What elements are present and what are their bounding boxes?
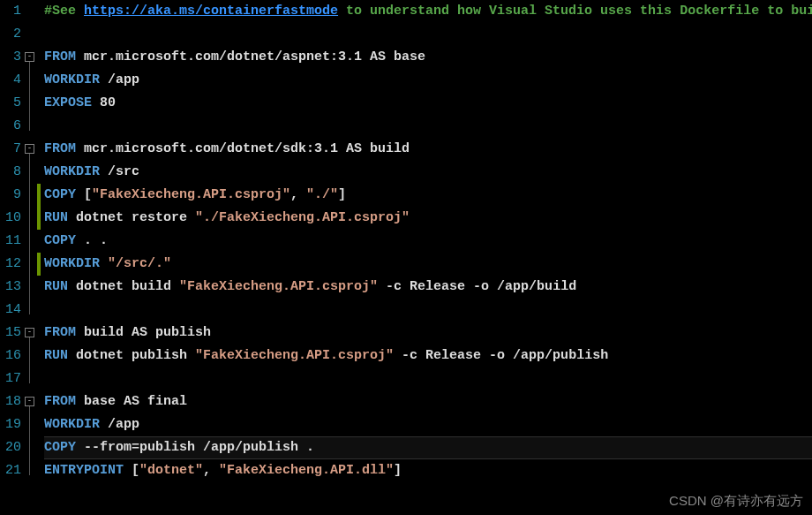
- line-number: 14: [0, 299, 21, 322]
- code-line[interactable]: RUN dotnet restore "./FakeXiecheng.API.c…: [44, 207, 812, 230]
- fold-toggle-icon[interactable]: -: [25, 397, 34, 406]
- code-token: "./": [306, 187, 338, 202]
- code-token: "dotnet": [139, 463, 203, 478]
- code-line[interactable]: FROM mcr.microsoft.com/dotnet/sdk:3.1 AS…: [44, 138, 812, 161]
- code-token: "FakeXiecheng.API.dll": [219, 463, 394, 478]
- code-line[interactable]: WORKDIR /app: [44, 413, 812, 436]
- code-token: --from=publish /app/publish .: [76, 440, 314, 455]
- code-token: RUN: [44, 348, 68, 363]
- line-number: 20: [0, 436, 21, 459]
- code-line[interactable]: FROM build AS publish: [44, 322, 812, 345]
- code-token: EXPOSE: [44, 95, 92, 110]
- line-number: 9: [0, 184, 21, 207]
- code-token: COPY: [44, 440, 76, 455]
- code-token: COPY: [44, 187, 76, 202]
- line-number-gutter: 123456789101112131415161718192021: [0, 0, 25, 515]
- fold-guide-line: [29, 406, 30, 475]
- code-line[interactable]: [44, 299, 812, 322]
- code-token: "/src/.": [108, 256, 171, 271]
- code-token: /app: [100, 417, 139, 432]
- line-number: 10: [0, 207, 21, 230]
- code-line[interactable]: COPY --from=publish /app/publish .: [44, 436, 812, 459]
- fold-guide-line: [29, 337, 30, 383]
- line-number: 11: [0, 230, 21, 253]
- code-token: WORKDIR: [44, 164, 100, 179]
- code-token: WORKDIR: [44, 256, 100, 271]
- code-token: build AS publish: [76, 325, 211, 340]
- line-number: 3: [0, 46, 21, 69]
- line-number: 12: [0, 253, 21, 276]
- fold-toggle-icon[interactable]: -: [25, 52, 34, 62]
- code-token: [100, 256, 108, 271]
- line-number: 2: [0, 23, 21, 46]
- fold-guide-line: [29, 62, 30, 131]
- code-token: 80: [92, 95, 116, 110]
- code-token: -c Release -o /app/publish: [394, 348, 608, 363]
- code-line[interactable]: COPY . .: [44, 230, 812, 253]
- fold-guide-line: [29, 154, 30, 314]
- line-number: 21: [0, 459, 21, 482]
- code-token: COPY: [44, 233, 76, 248]
- line-number: 1: [0, 0, 21, 23]
- code-token: "FakeXiecheng.API.csproj": [179, 279, 378, 294]
- code-line[interactable]: ENTRYPOINT ["dotnet", "FakeXiecheng.API.…: [44, 459, 812, 482]
- code-line[interactable]: [44, 115, 812, 138]
- code-token: /app: [100, 72, 139, 87]
- code-line[interactable]: WORKDIR /app: [44, 69, 812, 92]
- code-token: . .: [76, 233, 108, 248]
- code-line[interactable]: #See https://aka.ms/containerfastmode to…: [44, 0, 812, 23]
- code-line[interactable]: EXPOSE 80: [44, 92, 812, 115]
- code-token: ]: [338, 187, 346, 202]
- watermark-text: CSDN @有诗亦有远方: [669, 493, 803, 510]
- fold-toggle-icon[interactable]: -: [25, 144, 34, 154]
- code-token: mcr.microsoft.com/dotnet/sdk:3.1 AS buil…: [76, 141, 410, 156]
- code-token: FROM: [44, 325, 76, 340]
- line-number: 13: [0, 276, 21, 299]
- code-token: base AS final: [76, 394, 187, 409]
- line-number: 15: [0, 322, 21, 345]
- code-token: FROM: [44, 49, 76, 64]
- line-number: 6: [0, 115, 21, 138]
- code-token: dotnet publish: [68, 348, 195, 363]
- code-area[interactable]: #See https://aka.ms/containerfastmode to…: [41, 0, 812, 515]
- code-token: dotnet build: [68, 279, 179, 294]
- code-token: https://aka.ms/containerfastmode: [84, 4, 338, 19]
- code-line[interactable]: [44, 23, 812, 46]
- line-number: 17: [0, 367, 21, 390]
- code-line[interactable]: RUN dotnet publish "FakeXiecheng.API.csp…: [44, 345, 812, 367]
- code-token: RUN: [44, 279, 68, 294]
- code-token: [: [124, 463, 139, 478]
- fold-toggle-icon[interactable]: -: [25, 328, 34, 337]
- code-line[interactable]: WORKDIR "/src/.": [44, 253, 812, 276]
- code-line[interactable]: COPY ["FakeXiecheng.API.csproj", "./"]: [44, 184, 812, 207]
- code-editor[interactable]: 123456789101112131415161718192021 ---- #…: [0, 0, 812, 515]
- code-line[interactable]: FROM base AS final: [44, 390, 812, 413]
- line-number: 18: [0, 390, 21, 413]
- code-line[interactable]: FROM mcr.microsoft.com/dotnet/aspnet:3.1…: [44, 46, 812, 69]
- code-line[interactable]: WORKDIR /src: [44, 161, 812, 184]
- code-token: "FakeXiecheng.API.csproj": [92, 187, 290, 202]
- code-token: WORKDIR: [44, 72, 100, 87]
- code-token: ]: [394, 463, 402, 478]
- code-token: "FakeXiecheng.API.csproj": [195, 348, 394, 363]
- code-token: FROM: [44, 394, 76, 409]
- code-token: "./FakeXiecheng.API.csproj": [195, 210, 410, 225]
- code-token: #See: [44, 4, 84, 19]
- code-token: mcr.microsoft.com/dotnet/aspnet:3.1 AS b…: [76, 49, 425, 64]
- code-token: /src: [100, 164, 139, 179]
- code-token: to understand how Visual Studio uses thi…: [338, 4, 812, 19]
- code-token: ENTRYPOINT: [44, 463, 124, 478]
- code-token: ,: [290, 187, 306, 202]
- code-token: ,: [203, 463, 219, 478]
- code-line[interactable]: RUN dotnet build "FakeXiecheng.API.cspro…: [44, 276, 812, 299]
- code-token: WORKDIR: [44, 417, 100, 432]
- code-line[interactable]: [44, 367, 812, 390]
- code-token: dotnet restore: [68, 210, 195, 225]
- folding-column[interactable]: ----: [25, 0, 37, 515]
- code-token: -c Release -o /app/build: [378, 279, 576, 294]
- code-token: RUN: [44, 210, 68, 225]
- line-number: 16: [0, 345, 21, 367]
- line-number: 7: [0, 138, 21, 161]
- line-number: 4: [0, 69, 21, 92]
- line-number: 19: [0, 413, 21, 436]
